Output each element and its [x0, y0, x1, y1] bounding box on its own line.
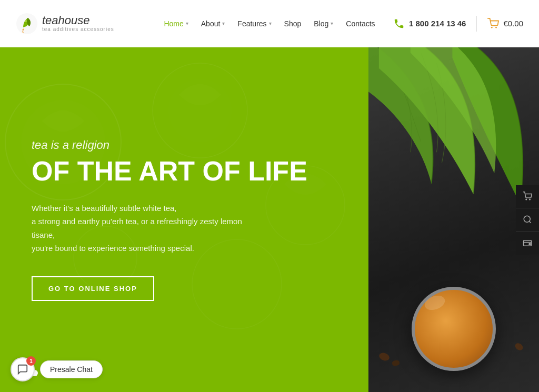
sidebar-search-icon[interactable] [516, 208, 539, 232]
nav-features[interactable]: Features ▾ [237, 19, 271, 28]
chevron-down-icon: ▾ [222, 21, 225, 26]
svg-rect-16 [529, 243, 531, 244]
logo-name: teahouse [42, 15, 114, 26]
leaves-image [368, 47, 528, 278]
nav-about-label: About [201, 19, 221, 28]
svg-point-8 [168, 79, 232, 142]
chat-button[interactable]: 1 [11, 357, 35, 381]
svg-point-12 [526, 199, 527, 200]
nav-blog-label: Blog [314, 19, 328, 28]
header: t teahouse tea additives accessories Hom… [0, 0, 539, 47]
header-divider [476, 16, 477, 32]
hero-right [368, 47, 539, 392]
chat-label[interactable]: Presale Chat [40, 360, 103, 378]
cart-sidebar-icon [523, 192, 532, 201]
phone-area[interactable]: 1 800 214 13 46 [393, 18, 466, 29]
cart-icon [487, 18, 499, 29]
nav-contacts[interactable]: Contacts [346, 19, 375, 28]
svg-point-14 [524, 216, 530, 222]
chat-widget: 1 Presale Chat [11, 357, 103, 381]
hero-content: tea is a religion OF THE ART OF LIFE Whe… [32, 138, 337, 300]
shop-button[interactable]: GO TO ONLINE SHOP [32, 276, 154, 301]
chevron-down-icon: ▾ [269, 21, 272, 26]
hero-description: Whether it's a beautifully subtle white … [32, 202, 253, 255]
nav-shop[interactable]: Shop [284, 19, 302, 28]
hero-subtitle: tea is a religion [32, 138, 337, 152]
main-nav: Home ▾ About ▾ Features ▾ Shop Blog ▾ Co… [164, 19, 375, 28]
svg-point-3 [491, 26, 493, 28]
logo[interactable]: t teahouse tea additives accessories [16, 13, 114, 35]
nav-features-label: Features [237, 19, 266, 28]
nav-about[interactable]: About ▾ [201, 19, 225, 28]
nav-home-label: Home [164, 19, 183, 28]
logo-text: teahouse tea additives accessories [42, 15, 114, 32]
nav-shop-label: Shop [284, 19, 302, 28]
nav-contacts-label: Contacts [346, 19, 375, 28]
sidebar-icons [516, 185, 539, 255]
nav-home[interactable]: Home ▾ [164, 19, 188, 28]
phone-number: 1 800 214 13 46 [409, 19, 466, 28]
wallet-sidebar-icon [523, 238, 532, 248]
svg-point-4 [496, 26, 497, 28]
tea-cup [412, 287, 496, 371]
hero-title: OF THE ART OF LIFE [32, 156, 337, 186]
cart-area[interactable]: €0.00 [487, 18, 523, 29]
sidebar-wallet-icon[interactable] [516, 232, 539, 255]
header-right: 1 800 214 13 46 €0.00 [393, 16, 523, 32]
nav-blog[interactable]: Blog ▾ [314, 19, 333, 28]
svg-point-1 [25, 20, 27, 22]
svg-point-13 [530, 199, 531, 200]
chat-icon [17, 364, 28, 375]
logo-tagline: tea additives accessories [42, 26, 114, 32]
chat-badge: 1 [26, 356, 36, 366]
search-sidebar-icon [523, 215, 532, 224]
chevron-down-icon: ▾ [331, 21, 333, 26]
cart-price: €0.00 [503, 19, 523, 28]
logo-icon: t [16, 13, 38, 35]
hero-left: tea is a religion OF THE ART OF LIFE Whe… [0, 47, 368, 392]
chevron-down-icon: ▾ [186, 21, 188, 26]
hero-section: tea is a religion OF THE ART OF LIFE Whe… [0, 47, 539, 392]
phone-icon [393, 18, 405, 29]
sidebar-cart-icon[interactable] [516, 185, 539, 208]
